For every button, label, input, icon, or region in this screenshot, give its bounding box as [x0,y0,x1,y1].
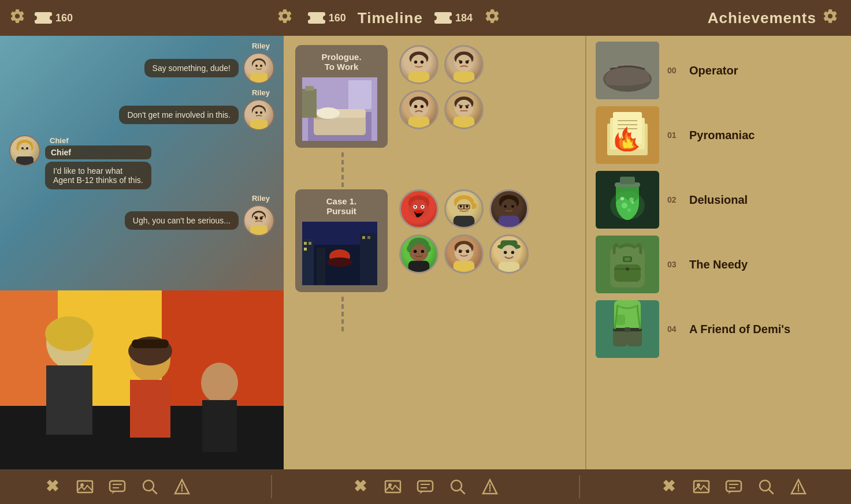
svg-rect-184 [77,481,92,492]
bottom-icon-group-1 [344,476,506,497]
chat-icon-1[interactable] [415,476,436,497]
chars-row-case1-0 [399,189,529,229]
char-portrait-green-hair[interactable] [399,234,438,274]
svg-point-9 [255,111,258,114]
chat-icon-2[interactable] [723,476,744,497]
svg-point-195 [388,483,392,487]
svg-rect-71 [408,117,429,128]
svg-point-54 [411,55,426,70]
achievement-number-3: 03 [667,260,681,269]
svg-point-129 [414,250,417,253]
svg-rect-87 [309,242,311,245]
avatar-chief [9,135,40,166]
svg-rect-38 [202,400,237,452]
char-portrait-blonde-woman[interactable] [444,189,484,229]
svg-point-205 [697,483,700,487]
svg-rect-123 [499,216,519,227]
char-portrait-brown-hair[interactable] [444,234,484,274]
chat-message-0: Riley Say something, dude! [9,42,274,84]
top-bar: 160 160 Timeline 184 Achievements [0,0,851,36]
svg-rect-139 [454,261,474,272]
achievement-number-0: 00 [667,66,681,75]
gallery-icon-0[interactable] [75,476,95,497]
ticket-badge-center-right: 184 [434,12,473,24]
svg-rect-20 [16,156,34,165]
achievement-item-2[interactable]: 02 Delusional [596,171,842,229]
char-portrait-riley-upset[interactable] [399,90,438,129]
chars-row-case1-1 [399,234,529,274]
gallery-icon-1[interactable] [382,476,403,497]
char-portrait-riley-annoyed[interactable] [444,90,484,129]
char-portrait-dark-man[interactable] [489,189,529,229]
achievement-image-3 [596,236,659,293]
achievement-item-4[interactable]: 04 A Friend of Demi's [596,300,842,358]
search-icon-1[interactable] [447,476,468,497]
search-icon-2[interactable] [756,476,776,497]
timeline-card-case1[interactable]: Case 1.Pursuit [295,189,388,292]
chat-icon-0[interactable] [107,476,128,497]
svg-rect-151 [627,64,631,65]
svg-rect-186 [110,481,125,491]
top-bar-center: 160 Timeline 184 [277,8,504,28]
avatar-riley-3 [243,205,274,236]
achievements-title: Achievements [708,9,816,27]
svg-line-200 [460,490,464,494]
gallery-icon-2[interactable] [691,476,712,497]
char-portrait-hat-char[interactable] [489,234,529,274]
bottom-icon-group-2 [653,476,815,497]
achievement-item-3[interactable]: 03 The Needy [596,236,842,293]
sender-name-0: Riley [252,42,274,50]
left-panel-chat: Riley Say something, dude! [0,36,284,469]
achievement-name-3: The Needy [689,258,748,271]
char-portrait-riley-frown[interactable] [444,45,484,84]
main-content: Riley Say something, dude! [0,36,851,469]
avatar-riley-1 [243,99,274,130]
ticket-icon-center [308,12,325,24]
svg-rect-84 [317,248,325,285]
svg-point-68 [411,100,426,115]
svg-rect-194 [385,481,400,492]
timer-icon-2[interactable] [788,476,809,497]
svg-point-37 [201,363,238,403]
search-icon-0[interactable] [139,476,160,497]
svg-rect-50 [305,86,314,91]
svg-point-128 [411,244,426,260]
achievement-item-0[interactable]: 00 Operator [596,42,842,99]
ticket-count-center-right: 184 [455,12,473,24]
svg-point-23 [252,212,265,225]
menu-icon-1[interactable] [350,476,371,497]
settings-icon-topleft[interactable] [9,8,29,28]
settings-icon-center-right[interactable] [484,8,504,28]
svg-point-93 [327,257,352,267]
svg-point-213 [798,490,800,492]
svg-point-8 [252,107,265,120]
bubble-row-0: Say something, dude! [144,53,274,84]
menu-icon-2[interactable] [659,476,679,497]
svg-point-4 [260,65,262,67]
char-portrait-riley-neutral[interactable] [399,45,438,84]
chat-message-1: Riley Don't get me involved in this. [9,88,274,130]
ticket-icon-center-right [434,12,452,24]
svg-point-112 [459,205,462,208]
svg-line-210 [769,490,773,494]
settings-icon-topright[interactable] [822,8,842,28]
svg-rect-11 [250,120,267,129]
ticket-badge-left: 160 [35,12,73,24]
bottom-scene-image [0,290,284,469]
timeline-card-prologue[interactable]: Prologue.To Work [295,45,388,148]
svg-point-167 [620,197,624,200]
svg-point-144 [504,251,507,254]
achievement-image-1 [596,106,659,164]
char-portrait-red-villain[interactable] [399,189,438,229]
menu-icon-0[interactable] [42,476,63,497]
svg-rect-51 [348,80,371,109]
timer-icon-1[interactable] [480,476,500,497]
achievement-item-1[interactable]: 01 Pyromaniac [596,106,842,164]
svg-rect-183 [625,327,630,332]
right-panel-achievements: 00 Operator [585,36,851,469]
timeline-node-case1: Case 1.Pursuit [295,189,574,292]
timer-icon-0[interactable] [172,476,192,497]
settings-icon-center-left[interactable] [277,8,296,28]
svg-rect-88 [304,248,307,251]
achievement-image-0 [596,42,659,99]
